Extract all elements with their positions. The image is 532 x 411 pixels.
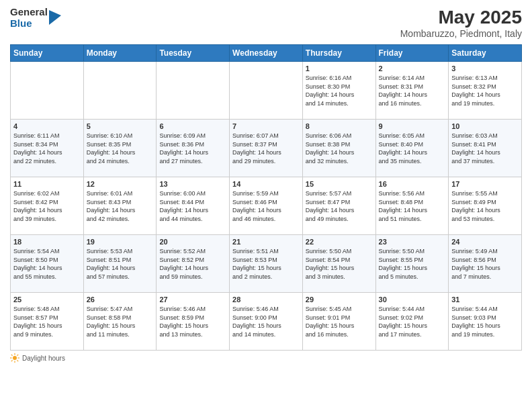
- calendar-cell: [83, 62, 157, 120]
- day-info: Sunrise: 5:57 AM Sunset: 8:47 PM Dayligh…: [306, 189, 373, 223]
- header: General Blue May 2025 Mombaruzzo, Piedmo…: [10, 7, 522, 39]
- day-number: 1: [306, 64, 373, 73]
- day-number: 19: [87, 238, 154, 246]
- day-info: Sunrise: 6:14 AM Sunset: 8:31 PM Dayligh…: [379, 74, 446, 107]
- calendar-cell: 3Sunrise: 6:13 AM Sunset: 8:32 PM Daylig…: [449, 62, 522, 120]
- day-info: Sunrise: 6:16 AM Sunset: 8:30 PM Dayligh…: [306, 74, 373, 107]
- day-info: Sunrise: 5:53 AM Sunset: 8:51 PM Dayligh…: [87, 247, 154, 281]
- day-info: Sunrise: 5:50 AM Sunset: 8:54 PM Dayligh…: [306, 247, 373, 281]
- calendar-cell: 12Sunrise: 6:01 AM Sunset: 8:43 PM Dayli…: [83, 177, 157, 235]
- calendar-cell: 15Sunrise: 5:57 AM Sunset: 8:47 PM Dayli…: [302, 177, 375, 235]
- day-info: Sunrise: 5:51 AM Sunset: 8:53 PM Dayligh…: [232, 247, 300, 281]
- day-number: 10: [451, 122, 519, 130]
- day-info: Sunrise: 5:59 AM Sunset: 8:46 PM Dayligh…: [232, 189, 300, 223]
- day-number: 6: [159, 122, 226, 130]
- calendar-cell: 28Sunrise: 5:46 AM Sunset: 9:00 PM Dayli…: [230, 293, 303, 351]
- logo-text: General Blue: [10, 7, 48, 29]
- calendar-cell: 23Sunrise: 5:50 AM Sunset: 8:55 PM Dayli…: [375, 235, 449, 293]
- svg-line-6: [11, 355, 13, 356]
- logo-icon: [49, 10, 61, 25]
- day-info: Sunrise: 6:07 AM Sunset: 8:37 PM Dayligh…: [232, 132, 300, 165]
- day-info: Sunrise: 6:06 AM Sunset: 8:38 PM Dayligh…: [306, 132, 373, 165]
- day-info: Sunrise: 5:44 AM Sunset: 9:02 PM Dayligh…: [379, 305, 446, 338]
- calendar-cell: 13Sunrise: 6:00 AM Sunset: 8:44 PM Dayli…: [157, 177, 230, 235]
- svg-point-1: [13, 356, 17, 360]
- calendar-cell: [11, 62, 84, 120]
- calendar-week-row: 18Sunrise: 5:54 AM Sunset: 8:50 PM Dayli…: [11, 235, 522, 293]
- calendar-cell: [157, 62, 230, 120]
- calendar-week-row: 11Sunrise: 6:02 AM Sunset: 8:42 PM Dayli…: [11, 177, 522, 235]
- calendar-cell: 27Sunrise: 5:46 AM Sunset: 8:59 PM Dayli…: [157, 293, 230, 351]
- day-number: 2: [379, 64, 446, 73]
- day-number: 17: [451, 180, 519, 188]
- day-info: Sunrise: 6:01 AM Sunset: 8:43 PM Dayligh…: [87, 189, 154, 223]
- day-info: Sunrise: 6:02 AM Sunset: 8:42 PM Dayligh…: [13, 189, 81, 223]
- calendar-cell: 25Sunrise: 5:48 AM Sunset: 8:57 PM Dayli…: [11, 293, 84, 351]
- logo-blue: Blue: [10, 18, 48, 30]
- day-number: 22: [306, 238, 373, 246]
- day-number: 27: [159, 295, 226, 304]
- svg-marker-0: [49, 10, 61, 25]
- day-info: Sunrise: 5:49 AM Sunset: 8:56 PM Dayligh…: [451, 247, 519, 281]
- day-number: 9: [379, 122, 446, 130]
- logo-general: General: [10, 7, 48, 18]
- day-info: Sunrise: 5:46 AM Sunset: 8:59 PM Dayligh…: [159, 305, 226, 338]
- day-number: 30: [379, 295, 446, 304]
- day-number: 20: [159, 238, 226, 246]
- day-number: 31: [451, 295, 519, 304]
- day-number: 12: [87, 180, 154, 188]
- day-number: 3: [451, 64, 519, 73]
- calendar-cell: 4Sunrise: 6:11 AM Sunset: 8:34 PM Daylig…: [11, 120, 84, 177]
- subtitle: Mombaruzzo, Piedmont, Italy: [400, 28, 522, 39]
- day-number: 4: [13, 122, 81, 130]
- calendar-cell: 26Sunrise: 5:47 AM Sunset: 8:58 PM Dayli…: [83, 293, 157, 351]
- day-info: Sunrise: 5:52 AM Sunset: 8:52 PM Dayligh…: [159, 247, 226, 281]
- calendar-week-row: 1Sunrise: 6:16 AM Sunset: 8:30 PM Daylig…: [11, 62, 522, 120]
- calendar-cell: 7Sunrise: 6:07 AM Sunset: 8:37 PM Daylig…: [230, 120, 303, 177]
- day-info: Sunrise: 6:10 AM Sunset: 8:35 PM Dayligh…: [87, 132, 154, 165]
- calendar-cell: 30Sunrise: 5:44 AM Sunset: 9:02 PM Dayli…: [375, 293, 449, 351]
- day-number: 29: [306, 295, 373, 304]
- calendar-cell: 6Sunrise: 6:09 AM Sunset: 8:36 PM Daylig…: [157, 120, 230, 177]
- sun-icon: [10, 353, 19, 363]
- day-number: 23: [379, 238, 446, 246]
- day-info: Sunrise: 5:55 AM Sunset: 8:49 PM Dayligh…: [451, 189, 519, 223]
- day-info: Sunrise: 5:44 AM Sunset: 9:03 PM Dayligh…: [451, 305, 519, 338]
- day-info: Sunrise: 5:48 AM Sunset: 8:57 PM Dayligh…: [13, 305, 81, 338]
- day-number: 8: [306, 122, 373, 130]
- footer-note: Daylight hours: [10, 353, 522, 363]
- svg-line-8: [17, 355, 18, 356]
- day-number: 7: [232, 122, 300, 130]
- calendar-cell: 17Sunrise: 5:55 AM Sunset: 8:49 PM Dayli…: [449, 177, 522, 235]
- day-info: Sunrise: 6:11 AM Sunset: 8:34 PM Dayligh…: [13, 132, 81, 165]
- calendar-week-row: 4Sunrise: 6:11 AM Sunset: 8:34 PM Daylig…: [11, 120, 522, 177]
- day-info: Sunrise: 6:05 AM Sunset: 8:40 PM Dayligh…: [379, 132, 446, 165]
- day-number: 11: [13, 180, 81, 188]
- day-number: 25: [13, 295, 81, 304]
- main-title: May 2025: [400, 7, 522, 28]
- calendar-day-header: Thursday: [302, 45, 375, 62]
- day-number: 26: [87, 295, 154, 304]
- page: General Blue May 2025 Mombaruzzo, Piedmo…: [0, 0, 532, 411]
- calendar-cell: 14Sunrise: 5:59 AM Sunset: 8:46 PM Dayli…: [230, 177, 303, 235]
- svg-line-9: [11, 360, 13, 361]
- day-info: Sunrise: 5:54 AM Sunset: 8:50 PM Dayligh…: [13, 247, 81, 281]
- calendar-cell: 9Sunrise: 6:05 AM Sunset: 8:40 PM Daylig…: [375, 120, 449, 177]
- day-number: 16: [379, 180, 446, 188]
- calendar-cell: 1Sunrise: 6:16 AM Sunset: 8:30 PM Daylig…: [302, 62, 375, 120]
- day-number: 18: [13, 238, 81, 246]
- calendar-cell: 21Sunrise: 5:51 AM Sunset: 8:53 PM Dayli…: [230, 235, 303, 293]
- daylight-label: Daylight hours: [22, 355, 65, 362]
- calendar-day-header: Sunday: [11, 45, 84, 62]
- day-info: Sunrise: 5:46 AM Sunset: 9:00 PM Dayligh…: [232, 305, 300, 338]
- calendar-week-row: 25Sunrise: 5:48 AM Sunset: 8:57 PM Dayli…: [11, 293, 522, 351]
- day-info: Sunrise: 5:45 AM Sunset: 9:01 PM Dayligh…: [306, 305, 373, 338]
- calendar-cell: 29Sunrise: 5:45 AM Sunset: 9:01 PM Dayli…: [302, 293, 375, 351]
- day-number: 5: [87, 122, 154, 130]
- calendar-day-header: Monday: [83, 45, 157, 62]
- calendar-cell: [230, 62, 303, 120]
- day-number: 14: [232, 180, 300, 188]
- day-info: Sunrise: 6:09 AM Sunset: 8:36 PM Dayligh…: [159, 132, 226, 165]
- day-number: 15: [306, 180, 373, 188]
- calendar-cell: 10Sunrise: 6:03 AM Sunset: 8:41 PM Dayli…: [449, 120, 522, 177]
